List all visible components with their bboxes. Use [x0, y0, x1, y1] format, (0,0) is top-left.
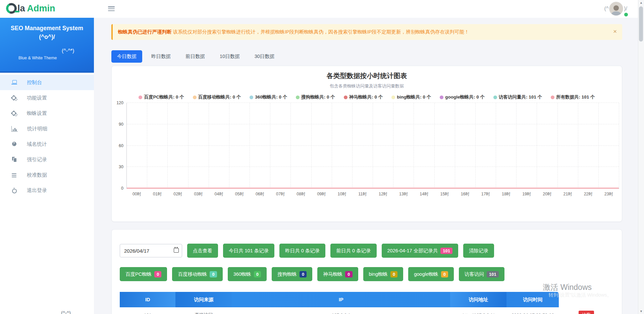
legend-item[interactable]: bing蜘蛛共: 0 个	[391, 94, 431, 100]
spider-button[interactable]: bing蜘蛛 0	[363, 267, 404, 281]
sidebar-item[interactable]: 退出登录	[0, 183, 94, 198]
page-scrollbar[interactable]: ▲ ▼	[638, 0, 644, 314]
legend-dot-icon	[440, 96, 443, 99]
summary-button[interactable]: 前日共 0 条记录	[330, 244, 376, 258]
chart-legend: 百度PC蜘蛛共: 0 个 百度移动蜘蛛共: 0 个 360蜘蛛共: 0 个	[112, 94, 622, 100]
view-button[interactable]: 点击查看	[187, 244, 218, 258]
table-row[interactable]: 101 直接访问 127.0.0.1 http://127.0.0.1/ 202…	[120, 307, 614, 314]
legend-item[interactable]: 百度移动蜘蛛共: 0 个	[193, 94, 241, 100]
scroll-down-arrow[interactable]: ▼	[638, 309, 644, 314]
tab[interactable]: 10日数据	[214, 50, 246, 63]
sidebar-header: SEO Management System (^o^)/ (^-^*) Blue…	[0, 18, 94, 73]
summary-button[interactable]: 今日共 101 条记录	[223, 244, 274, 258]
spider-button-label: 360蜘蛛	[233, 271, 251, 277]
summary-button-badge: 101	[440, 248, 452, 254]
spider-button-label: 搜狗蜘蛛	[277, 271, 297, 277]
spider-warning-alert: 蜘蛛真伪已进行严谨判断该系统仅对部分搜索引擎蜘蛛进行统计，并根据蜘蛛IP段判断蜘…	[111, 24, 622, 40]
legend-item[interactable]: 搜狗蜘蛛共: 0 个	[296, 94, 335, 100]
cell-id: 101	[120, 307, 175, 314]
summary-button[interactable]: 2026-04-17 全部记录共 101	[382, 244, 458, 258]
x-tick: 20时	[537, 103, 557, 188]
x-tick: 18时	[496, 103, 516, 188]
avatar[interactable]	[609, 2, 623, 16]
legend-item[interactable]: 访客访问量共: 101 个	[493, 94, 542, 100]
table-header-cell: 判断真伪	[559, 292, 614, 307]
sidebar-item[interactable]: 校准数据	[0, 167, 94, 183]
date-input[interactable]	[120, 244, 182, 257]
sidebar-menu: 控制台 功能设置 蜘蛛设置 统计明细 域名统计	[0, 73, 94, 198]
sidebar-item[interactable]: 域名统计	[0, 136, 94, 152]
spider-button[interactable]: 百度PC蜘蛛 0	[120, 267, 167, 281]
logo-bar-decoration	[15, 11, 19, 12]
spider-button[interactable]: 访客访问 101	[459, 267, 504, 281]
spider-button[interactable]: google蜘蛛 0	[408, 267, 454, 281]
sidebar-item[interactable]: 蜘蛛设置	[0, 106, 94, 121]
tab[interactable]: 今日数据	[111, 50, 142, 63]
sidebar-item[interactable]: 功能设置	[0, 90, 94, 106]
series-line	[127, 188, 619, 189]
calendar-icon[interactable]	[174, 248, 179, 253]
cell-url: http://127.0.0.1/	[450, 307, 506, 314]
legend-item[interactable]: 百度PC蜘蛛共: 0 个	[139, 94, 184, 100]
verdict-badge: 访客	[579, 311, 594, 314]
records-toolbar: 点击查看 今日共 101 条记录 昨日共 0 条记录	[120, 244, 614, 258]
tab[interactable]: 前日数据	[180, 50, 211, 63]
sidebar-item-icon	[11, 157, 17, 162]
sidebar-item[interactable]: 控制台	[0, 75, 94, 90]
summary-button[interactable]: 清除记录	[463, 244, 494, 258]
x-tick: 03时	[188, 103, 209, 188]
summary-button-label: 清除记录	[469, 248, 488, 254]
summary-button-label: 今日共 101 条记录	[229, 248, 269, 254]
legend-item[interactable]: 神马蜘蛛共: 0 个	[344, 94, 383, 100]
sidebar-item-label: 功能设置	[27, 95, 47, 101]
person-icon	[609, 3, 623, 16]
x-tick: 22时	[578, 103, 598, 188]
chart-title: 各类型数据按小时统计图表	[112, 66, 622, 80]
sidebar-title: SEO Management System (^o^)/	[0, 24, 94, 42]
sidebar-item-icon	[11, 141, 17, 147]
spider-button-badge: 0	[154, 271, 161, 277]
legend-item[interactable]: 360蜘蛛共: 0 个	[250, 94, 287, 100]
chart-plot: 030609012000时01时02时03时04时05时06时07时08时09时…	[126, 103, 619, 189]
legend-item[interactable]: google蜘蛛共: 0 个	[440, 94, 485, 100]
summary-button[interactable]: 昨日共 0 条记录	[279, 244, 325, 258]
sidebar-item[interactable]: 强引记录	[0, 152, 94, 167]
spider-button-badge: 101	[487, 271, 499, 277]
legend-label: 访客访问量共: 101 个	[499, 94, 542, 100]
sidebar-item[interactable]: 统计明细	[0, 121, 94, 136]
legend-dot-icon	[551, 96, 554, 99]
legend-dot-icon	[296, 96, 300, 99]
legend-label: 360蜘蛛共: 0 个	[255, 94, 287, 100]
scroll-up-arrow[interactable]: ▲	[638, 0, 644, 5]
spider-button[interactable]: 360蜘蛛 0	[228, 267, 267, 281]
legend-dot-icon	[139, 96, 142, 99]
sidebar-item-icon	[11, 126, 18, 132]
sidebar-item-label: 控制台	[27, 79, 42, 86]
spider-button-badge: 0	[300, 271, 307, 277]
theme-label: Blue & White Theme	[18, 56, 57, 60]
sidebar-item-icon	[11, 80, 17, 85]
legend-dot-icon	[344, 96, 347, 99]
spider-filter-buttons: 百度PC蜘蛛 0 百度移动蜘蛛 0 360蜘蛛 0 搜狗蜘蛛	[120, 267, 614, 281]
menu-toggle-icon[interactable]	[108, 6, 115, 11]
tab[interactable]: 昨日数据	[146, 50, 176, 63]
scrollbar-thumb[interactable]	[639, 6, 643, 42]
spider-button[interactable]: 神马蜘蛛 0	[317, 267, 358, 281]
sidebar-item-icon	[11, 172, 17, 178]
legend-item[interactable]: 所有数据共: 101 个	[551, 94, 595, 100]
spider-button-badge: 0	[390, 271, 397, 277]
legend-label: 百度PC蜘蛛共: 0 个	[144, 94, 184, 100]
tab-label: 30日数据	[255, 54, 275, 59]
spider-button-badge: 0	[345, 271, 352, 277]
spider-button[interactable]: 百度移动蜘蛛 0	[172, 267, 222, 281]
sidebar-item-icon	[11, 95, 17, 101]
cell-verdict: 访客	[559, 307, 614, 314]
x-tick: 07时	[270, 103, 290, 188]
tab-label: 前日数据	[185, 54, 205, 59]
alert-close-icon[interactable]: ×	[613, 28, 617, 35]
spider-button[interactable]: 搜狗蜘蛛 0	[272, 267, 312, 281]
table-header-cell: ID	[120, 292, 175, 307]
cell-source: 直接访问	[175, 307, 232, 314]
tab[interactable]: 30日数据	[249, 50, 280, 63]
x-tick: 10时	[332, 103, 352, 188]
